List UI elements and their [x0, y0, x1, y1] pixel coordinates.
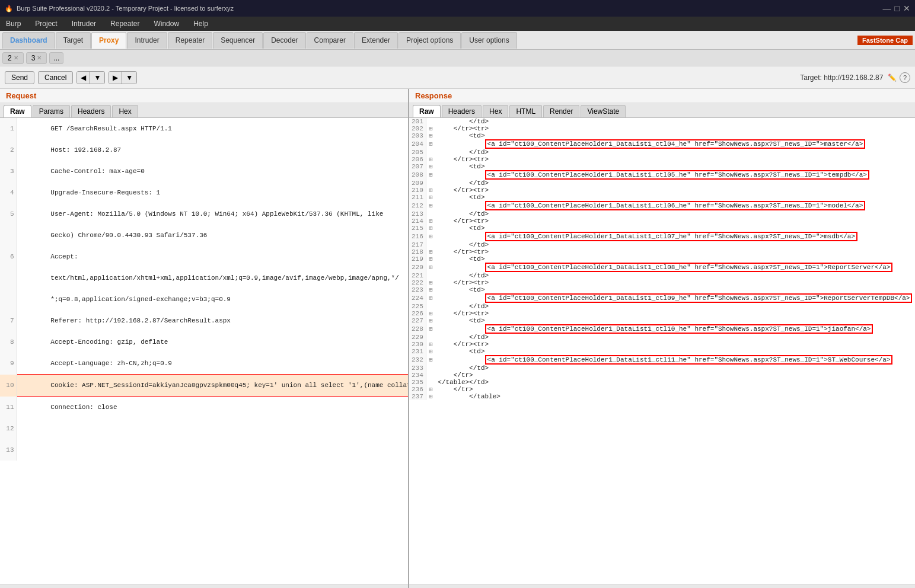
response-line-row: 203 ⊞ <td>	[409, 132, 915, 139]
line-number: 212	[409, 201, 426, 210]
request-line-row: 2 Host: 192.168.2.87	[0, 139, 408, 161]
minimize-btn[interactable]: —	[883, 4, 891, 13]
maximize-btn[interactable]: □	[895, 4, 900, 13]
tab-project-options[interactable]: Project options	[398, 32, 461, 49]
tab-proxy[interactable]: Proxy	[91, 32, 126, 49]
nav-back-button[interactable]: ◀	[77, 72, 90, 84]
line-content: Cache-Control: max-age=0	[17, 161, 408, 182]
titlebar-controls[interactable]: — □ ✕	[883, 4, 910, 13]
menu-project[interactable]: Project	[33, 18, 59, 29]
response-tab-viewstate[interactable]: ViewState	[581, 105, 626, 117]
response-panel: Response Raw Headers Hex HTML Render Vie…	[409, 89, 915, 588]
line-content: </tr><tr>	[435, 156, 914, 163]
response-line-row: 226 ⊞ </tr><tr>	[409, 310, 915, 317]
nav-back-dropdown[interactable]: ▼	[90, 72, 104, 84]
line-marker: ⊞	[426, 355, 435, 365]
request-tab-params[interactable]: Params	[33, 105, 70, 117]
menu-intruder[interactable]: Intruder	[69, 18, 98, 29]
line-content: <a id="ct100_ContentPlaceHolder1_DataLis…	[435, 201, 914, 210]
response-tab-raw[interactable]: Raw	[413, 105, 441, 117]
menu-repeater[interactable]: Repeater	[108, 18, 142, 29]
subtab-2-close[interactable]: ✕	[14, 55, 18, 61]
line-content: <a id="ct100_ContentPlaceHolder1_DataLis…	[435, 170, 914, 180]
request-tab-headers[interactable]: Headers	[71, 105, 111, 117]
tab-dashboard[interactable]: Dashboard	[2, 32, 55, 49]
tab-repeater[interactable]: Repeater	[168, 32, 212, 49]
subtab-more[interactable]: ...	[49, 52, 63, 64]
response-code-area[interactable]: 201 </td> 202 ⊞ </tr><tr> 203 ⊞ <td> 204…	[409, 118, 915, 584]
line-number: 11	[0, 397, 17, 418]
line-number: 231	[409, 348, 426, 355]
response-line-row: 237 ⊞ </table>	[409, 393, 915, 400]
request-code-area[interactable]: 1 GET /SearchResult.aspx HTTP/1.1 2 Host…	[0, 118, 408, 584]
response-line-row: 229 </td>	[409, 334, 915, 341]
help-icon[interactable]: ?	[900, 72, 910, 83]
line-marker	[426, 210, 435, 218]
menu-burp[interactable]: Burp	[4, 18, 23, 29]
response-line-row: 211 ⊞ <td>	[409, 194, 915, 201]
line-content: </tr><tr>	[435, 279, 914, 286]
menu-window[interactable]: Window	[151, 18, 181, 29]
response-tab-html[interactable]: HTML	[509, 105, 542, 117]
response-line-row: 231 ⊞ <td>	[409, 348, 915, 355]
response-tabs: Raw Headers Hex HTML Render ViewState	[409, 103, 915, 118]
subtab-3[interactable]: 3 ✕	[26, 52, 47, 64]
line-marker: ⊞	[426, 255, 435, 263]
request-line-row: 5 User-Agent: Mozilla/5.0 (Windows NT 10…	[0, 203, 408, 225]
line-number: 224	[409, 293, 426, 303]
line-marker: ⊞	[426, 132, 435, 139]
line-number: 211	[409, 194, 426, 201]
close-btn[interactable]: ✕	[903, 4, 910, 13]
tab-sequencer[interactable]: Sequencer	[213, 32, 263, 49]
response-tab-hex[interactable]: Hex	[483, 105, 508, 117]
request-tab-raw[interactable]: Raw	[4, 105, 31, 117]
line-content: </td>	[435, 272, 914, 279]
tab-extender[interactable]: Extender	[354, 32, 398, 49]
line-content	[17, 439, 408, 461]
line-content: </tr><tr>	[435, 341, 914, 348]
line-number: 201	[409, 118, 426, 125]
tab-decoder[interactable]: Decoder	[263, 32, 305, 49]
response-line-row: 225 </td>	[409, 303, 915, 310]
edit-target-icon[interactable]: ✏️	[888, 74, 897, 82]
tab-user-options[interactable]: User options	[461, 32, 517, 49]
subtab-2[interactable]: 2 ✕	[2, 52, 24, 64]
target-label: Target: http://192.168.2.87	[800, 74, 883, 82]
request-tab-hex[interactable]: Hex	[112, 105, 138, 117]
line-number: 209	[409, 180, 426, 187]
line-content: <td>	[435, 225, 914, 232]
response-tab-render[interactable]: Render	[543, 105, 579, 117]
request-line-row: 13	[0, 439, 408, 461]
line-marker	[426, 334, 435, 341]
tab-comparer[interactable]: Comparer	[307, 32, 353, 49]
response-line-row: 205 </td>	[409, 149, 915, 156]
nav-fwd-button[interactable]: ▶	[109, 72, 122, 84]
cancel-button[interactable]: Cancel	[38, 71, 73, 84]
response-search-bar: ? ◀ ▶ 0 matches	[409, 584, 915, 588]
line-content: GET /SearchResult.aspx HTTP/1.1	[17, 118, 408, 139]
line-marker: ⊞	[426, 348, 435, 355]
subtab-3-close[interactable]: ✕	[37, 55, 42, 61]
response-tab-headers[interactable]: Headers	[442, 105, 482, 117]
line-content: Accept-Language: zh-CN,zh;q=0.9	[17, 353, 408, 375]
tab-intruder[interactable]: Intruder	[127, 32, 167, 49]
nav-fwd-dropdown[interactable]: ▼	[122, 72, 136, 84]
send-button[interactable]: Send	[5, 71, 34, 84]
line-content: text/html,application/xhtml+xml,applicat…	[17, 267, 408, 289]
line-marker: ⊞	[426, 248, 435, 255]
line-marker	[426, 149, 435, 156]
line-marker: ⊞	[426, 139, 435, 149]
line-marker	[426, 365, 435, 372]
response-line-row: 208 ⊞ <a id="ct100_ContentPlaceHolder1_D…	[409, 170, 915, 180]
request-tabs: Raw Params Headers Hex	[0, 103, 408, 118]
line-number: 219	[409, 255, 426, 263]
line-number: 225	[409, 303, 426, 310]
response-line-row: 222 ⊞ </tr><tr>	[409, 279, 915, 286]
tab-target[interactable]: Target	[56, 32, 91, 49]
line-number: 232	[409, 355, 426, 365]
line-number	[0, 225, 17, 246]
line-marker: ⊞	[426, 125, 435, 132]
line-number: 215	[409, 225, 426, 232]
menu-help[interactable]: Help	[191, 18, 211, 29]
line-content: Accept-Encoding: gzip, deflate	[17, 331, 408, 353]
